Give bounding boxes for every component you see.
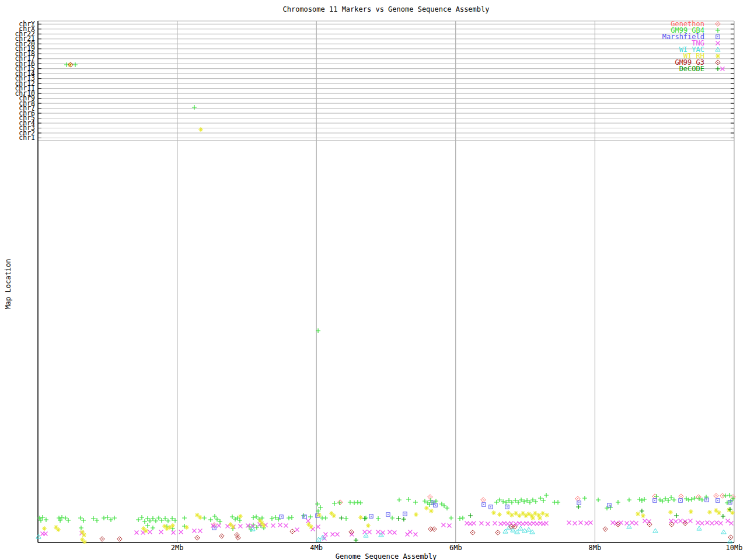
chromosome-row-labels: chrYchrXchr22chr21chr20chr19chr18chr17ch… xyxy=(15,20,35,142)
x-tick-label: 2Mb xyxy=(171,544,184,552)
legend-symbol-diamond-icon xyxy=(715,60,720,65)
x-tick-label: 6Mb xyxy=(449,544,462,552)
x-tick-label: 8Mb xyxy=(589,544,602,552)
series-gm99-g3 xyxy=(68,62,733,541)
chart-canvas: Chromosome 11 Markers vs Genome Sequence… xyxy=(0,0,747,560)
legend-symbol-star-icon xyxy=(715,54,720,58)
legend-symbol-triangle-icon xyxy=(715,47,720,51)
gridlines xyxy=(38,21,734,542)
legend-symbol-square-icon xyxy=(716,35,720,38)
legend-symbol-plus-icon xyxy=(715,28,720,33)
legend: GenethonGM99 GB4MarshfieldTNGWI YACWI RH… xyxy=(662,20,720,73)
legend-label-decode: DeCODE xyxy=(679,65,704,73)
legend-symbol-cross-icon xyxy=(716,41,720,46)
axis-frame xyxy=(38,21,734,542)
row-label-chr1: chr1 xyxy=(19,134,35,142)
x-tick-labels: 2Mb4Mb6Mb8Mb10Mb xyxy=(171,544,743,552)
x-tick-label: 10Mb xyxy=(726,544,743,552)
series-wi-rh xyxy=(42,62,735,544)
data-points xyxy=(36,62,735,544)
legend-symbol-plus-icon xyxy=(715,66,720,71)
plot-area: chrYchrXchr22chr21chr20chr19chr18chr17ch… xyxy=(0,0,747,560)
x-tick-label: 4Mb xyxy=(310,544,323,552)
